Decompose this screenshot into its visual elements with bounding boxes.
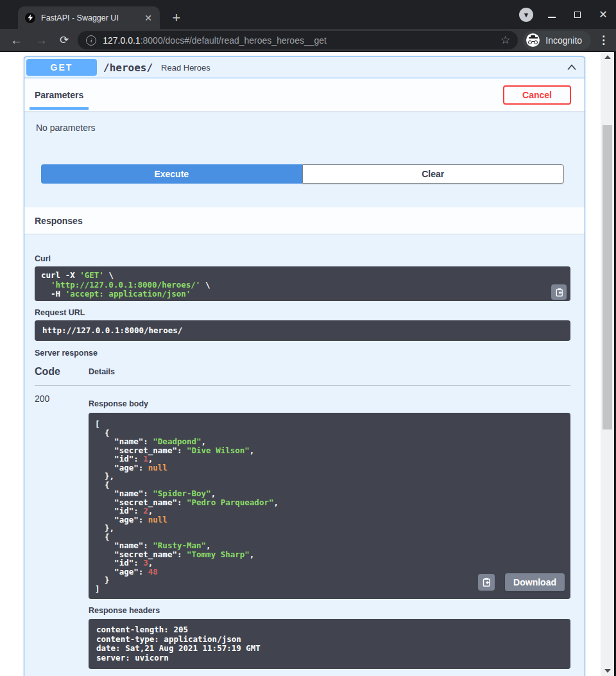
maximize-icon	[574, 12, 581, 18]
response-body-actions: Download	[478, 573, 565, 591]
tab-title: FastAPI - Swagger UI	[41, 13, 142, 22]
close-window-button[interactable]: ✕	[595, 7, 611, 22]
operation-header[interactable]: GET /heroes/ Read Heroes	[24, 57, 585, 78]
responses-header: Responses	[24, 207, 585, 234]
collapse-chevron-icon[interactable]	[567, 62, 577, 73]
no-parameters-text: No parameters	[36, 123, 585, 133]
scrollbar-down-arrow[interactable]	[604, 669, 611, 673]
address-bar[interactable]: i 127.0.0.1:8000/docs#/default/read_hero…	[78, 31, 518, 49]
operation-path: /heroes/	[103, 62, 153, 74]
incognito-label: Incognito	[545, 35, 582, 46]
response-headers-block: content-length: 205 content-type: applic…	[89, 619, 570, 669]
scrollbar-thumb[interactable]	[603, 125, 612, 429]
close-icon: ✕	[599, 10, 607, 20]
response-body-block: [ { "name": "Deadpond", "secret_name": "…	[89, 413, 570, 599]
parameters-header: Parameters Cancel	[24, 78, 585, 111]
response-body-code: [ { "name": "Deadpond", "secret_name": "…	[95, 420, 564, 593]
curl-label: Curl	[35, 254, 570, 264]
forward-button[interactable]: →	[35, 34, 47, 46]
incognito-badge: Incognito	[523, 31, 591, 50]
response-body-label: Response body	[89, 399, 570, 409]
server-response-label: Server response	[35, 349, 570, 358]
status-code: 200	[35, 394, 89, 669]
download-button[interactable]: Download	[505, 573, 565, 591]
request-url-block: http://127.0.0.1:8000/heroes/	[35, 320, 570, 341]
url-text[interactable]: 127.0.0.1:8000/docs#/default/read_heroes…	[103, 35, 497, 46]
maximize-button[interactable]	[570, 7, 585, 22]
bookmark-star-icon[interactable]: ☆	[501, 33, 510, 47]
minimize-icon	[548, 17, 556, 18]
clear-button[interactable]: Clear	[302, 164, 565, 184]
code-column-header: Code	[35, 366, 89, 377]
request-url-label: Request URL	[35, 308, 570, 318]
scrollbar-up-arrow[interactable]	[604, 55, 611, 59]
copy-response-button[interactable]	[478, 574, 495, 591]
url-host: 127.0.0.1	[103, 35, 140, 46]
new-tab-button[interactable]: +	[168, 10, 185, 26]
browser-menu-button[interactable]: ⋮	[598, 33, 609, 47]
tab-search-button[interactable]: ▼	[518, 7, 534, 22]
parameters-title: Parameters	[35, 90, 83, 100]
execute-button-group: Execute Clear	[41, 164, 564, 184]
swagger-page: GET /heroes/ Read Heroes Parameters Canc…	[0, 52, 601, 676]
details-column-header: Details	[89, 367, 115, 377]
window-controls: ▼ ✕	[508, 7, 611, 22]
curl-code: curl -X 'GET' \ 'http://127.0.0.1:8000/h…	[41, 271, 564, 299]
page-scrollbar[interactable]	[601, 52, 614, 676]
reload-button[interactable]: ⟳	[60, 34, 69, 46]
tab-close-icon[interactable]: ✕	[142, 12, 155, 24]
browser-toolbar: ← → ⟳ i 127.0.0.1:8000/docs#/default/rea…	[0, 29, 616, 51]
method-badge: GET	[26, 59, 97, 76]
operation-block-get-heroes: GET /heroes/ Read Heroes Parameters Canc…	[24, 56, 585, 676]
active-tab-underline	[30, 107, 89, 110]
response-details-cell: Response body [ { "name": "Deadpond", "s…	[89, 394, 570, 669]
cancel-button[interactable]: Cancel	[503, 85, 571, 105]
operation-summary: Read Heroes	[161, 63, 567, 73]
response-headers-code: content-length: 205 content-type: applic…	[96, 625, 563, 663]
incognito-icon	[526, 33, 540, 47]
back-button[interactable]: ←	[10, 34, 22, 46]
request-url-value: http://127.0.0.1:8000/heroes/	[42, 326, 563, 336]
execute-button[interactable]: Execute	[41, 164, 302, 184]
browser-chrome: FastAPI - Swagger UI ✕ + ▼ ✕ ← → ⟳ i 127…	[0, 0, 616, 51]
fastapi-favicon-icon	[25, 13, 35, 23]
chevron-down-icon: ▼	[519, 8, 533, 22]
responses-body: Curl curl -X 'GET' \ 'http://127.0.0.1:8…	[24, 234, 585, 669]
responses-title: Responses	[35, 216, 83, 226]
response-headers-label: Response headers	[89, 606, 570, 616]
response-row-200: 200 Response body [ { "name": "Deadpond"…	[35, 394, 570, 669]
curl-block: curl -X 'GET' \ 'http://127.0.0.1:8000/h…	[35, 266, 570, 301]
site-info-icon[interactable]: i	[86, 35, 96, 46]
browser-tab[interactable]: FastAPI - Swagger UI ✕	[18, 6, 160, 29]
url-path: :8000/docs#/default/read_heroes_heroes__…	[141, 35, 327, 46]
response-table-header: Code Details	[35, 366, 570, 386]
parameters-body: No parameters Execute Clear	[24, 111, 585, 207]
minimize-button[interactable]	[544, 7, 560, 22]
copy-curl-button[interactable]	[551, 284, 567, 300]
